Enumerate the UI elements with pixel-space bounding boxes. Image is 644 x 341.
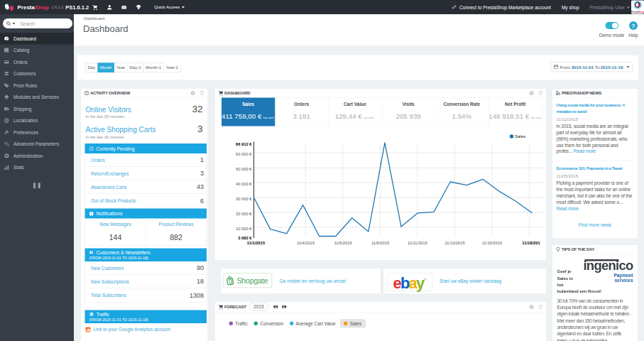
- svg-text:11/11/2015: 11/11/2015: [408, 241, 427, 245]
- svg-text:11/8/2015: 11/8/2015: [371, 241, 389, 245]
- svg-text:11/6/2015: 11/6/2015: [334, 241, 351, 245]
- svg-text:20 000 €: 20 000 €: [236, 212, 252, 216]
- svg-text:10 000 €: 10 000 €: [236, 227, 252, 231]
- svg-text:66 912 €: 66 912 €: [236, 142, 252, 146]
- svg-text:11/15/2015: 11/15/2015: [482, 241, 502, 245]
- svg-text:3 082 €: 3 082 €: [238, 236, 252, 240]
- svg-text:50 000 €: 50 000 €: [236, 167, 252, 171]
- svg-text:11/18/201: 11/18/201: [522, 241, 540, 245]
- svg-text:11/13/2015: 11/13/2015: [444, 241, 464, 245]
- svg-text:11/4/2015: 11/4/2015: [297, 241, 315, 245]
- svg-text:40 000 €: 40 000 €: [236, 182, 252, 186]
- svg-text:60 000 €: 60 000 €: [236, 152, 252, 156]
- svg-text:Sales: Sales: [515, 134, 525, 139]
- svg-text:30 000 €: 30 000 €: [236, 197, 252, 201]
- svg-text:11/1/2015: 11/1/2015: [247, 241, 266, 245]
